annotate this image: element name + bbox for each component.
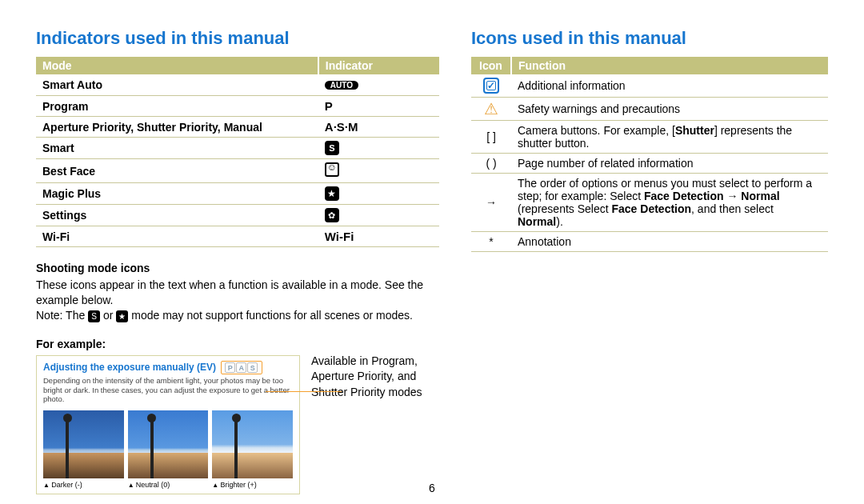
example-side-text: Available in Program, Aperture Priority,…	[311, 354, 439, 401]
indicators-table: Mode Indicator Smart AutoAUTO ProgramP A…	[36, 57, 439, 247]
shooting-mode-icons-text: These icons appear in the text when a fu…	[36, 278, 439, 308]
mode: Smart Auto	[36, 74, 318, 96]
function-text: Page number of related information	[511, 154, 828, 174]
settings-icon: ✿	[325, 208, 339, 222]
mode: Aperture Priority, Shutter Priority, Man…	[36, 117, 318, 138]
example-title: Adjusting the exposure manually (EV)	[43, 362, 216, 373]
p-indicator: P	[325, 99, 333, 113]
function-text: Additional information	[511, 74, 828, 98]
col-indicator: Indicator	[318, 57, 439, 74]
example-thumb-darker	[43, 410, 124, 478]
col-mode: Mode	[36, 57, 318, 74]
pas-badge: PAS	[221, 361, 262, 374]
magicplus-icon-small: ★	[116, 310, 128, 322]
shooting-note: Note: The S or ★ mode may not support fu…	[36, 308, 439, 323]
smart-icon-small: S	[88, 310, 100, 322]
function-text: The order of options or menus you must s…	[511, 174, 828, 232]
example-desc: Depending on the intensity of the ambien…	[43, 376, 293, 405]
page-number: 6	[0, 482, 864, 494]
bestface-icon	[325, 162, 339, 177]
smart-icon: S	[325, 141, 339, 155]
mode: Best Face	[36, 159, 318, 183]
shooting-mode-icons-heading: Shooting mode icons	[36, 262, 439, 274]
example-box: Adjusting the exposure manually (EV) PAS…	[36, 355, 300, 495]
example-thumb-brighter	[212, 410, 293, 478]
function-text: Safety warnings and precautions	[511, 98, 828, 121]
brackets-icon: [ ]	[471, 121, 511, 154]
icons-heading: Icons used in this manual	[471, 28, 828, 49]
arrow-icon: →	[471, 174, 511, 232]
function-text: Annotation	[511, 232, 828, 252]
indicators-heading: Indicators used in this manual	[36, 28, 439, 49]
callout-line	[266, 391, 342, 392]
magicplus-icon: ★	[325, 186, 339, 201]
for-example-heading: For example:	[36, 338, 439, 350]
mode: Settings	[36, 205, 318, 226]
col-icon: Icon	[471, 57, 511, 74]
auto-icon: AUTO	[325, 81, 358, 90]
example-thumb-neutral	[128, 410, 209, 478]
mode: Magic Plus	[36, 183, 318, 205]
function-text: Camera buttons. For example, [Shutter] r…	[511, 121, 828, 154]
icons-table: Icon Function ✓ Additional information ⚠…	[471, 57, 828, 252]
parens-icon: ( )	[471, 154, 511, 174]
warning-icon: ⚠	[484, 101, 498, 117]
wifi-indicator: Wi-Fi	[325, 230, 354, 243]
col-function: Function	[511, 57, 828, 74]
mode: Smart	[36, 138, 318, 159]
asm-indicator: A·S·M	[325, 120, 358, 134]
info-icon: ✓	[483, 78, 499, 94]
asterisk-icon: *	[471, 232, 511, 252]
mode: Program	[36, 96, 318, 117]
mode: Wi-Fi	[36, 226, 318, 247]
